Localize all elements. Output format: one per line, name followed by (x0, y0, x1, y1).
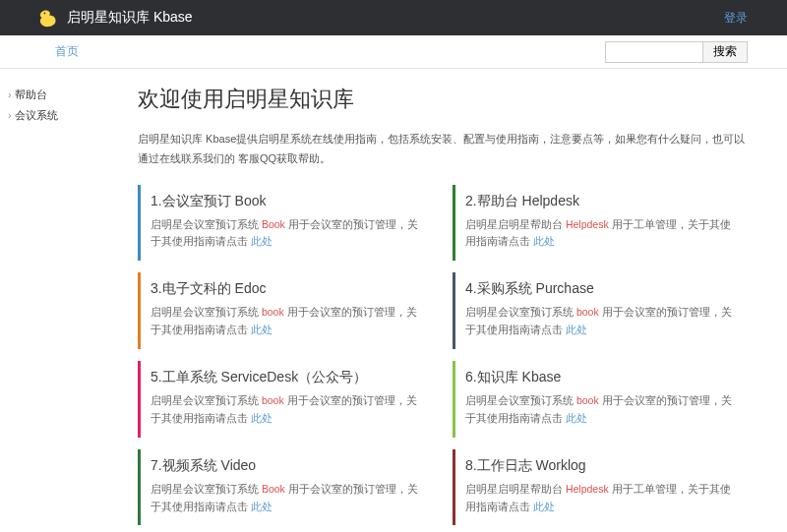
card-desc: 启明星会议室预订系统 book 用于会议室的预订管理，关于其使用指南请点击 此处 (465, 392, 738, 428)
card: 4.采购系统 Purchase启明星会议室预订系统 book 用于会议室的预订管… (453, 272, 748, 349)
login-link[interactable]: 登录 (724, 10, 748, 27)
brand-text: 启明星知识库 Kbase (67, 9, 193, 27)
nav-row: 首页 搜索 (0, 35, 787, 69)
home-link[interactable]: 首页 (39, 43, 79, 60)
card-grid: 1.会议室预订 Book启明星会议室预订系统 Book 用于会议室的预订管理，关… (138, 185, 748, 526)
topbar: 启明星知识库 Kbase 登录 (0, 0, 787, 35)
card-title: 2.帮助台 Helpdesk (465, 193, 738, 210)
card: 1.会议室预订 Book启明星会议室预订系统 Book 用于会议室的预订管理，关… (138, 185, 433, 262)
sidebar-item-meeting[interactable]: 会议系统 (8, 105, 118, 126)
card-keyword: Helpdesk (566, 218, 609, 230)
card-desc: 启明星会议室预订系统 Book 用于会议室的预订管理，关于其使用指南请点击 此处 (151, 216, 423, 252)
card-link[interactable]: 此处 (566, 324, 587, 335)
card-desc: 启明星启明星帮助台 Helpdesk 用于工单管理，关于其使用指南请点击 此处 (465, 216, 738, 252)
card-link[interactable]: 此处 (251, 412, 272, 424)
card-desc: 启明星会议室预订系统 book 用于会议室的预订管理，关于其使用指南请点击 此处 (465, 304, 738, 339)
card-link[interactable]: 此处 (566, 412, 587, 424)
search-wrap: 搜索 (605, 41, 748, 63)
card: 3.电子文科的 Edoc启明星会议室预订系统 book 用于会议室的预订管理，关… (138, 272, 433, 349)
card-keyword: book (262, 306, 284, 318)
intro-text: 启明星知识库 Kbase提供启明星系统在线使用指南，包括系统安装、配置与使用指南… (138, 130, 748, 169)
card: 5.工单系统 ServiceDesk（公众号）启明星会议室预订系统 book 用… (138, 361, 433, 438)
card-title: 4.采购系统 Purchase (465, 280, 738, 298)
card-link[interactable]: 此处 (533, 501, 555, 512)
card-link[interactable]: 此处 (251, 501, 272, 512)
card-keyword: book (576, 394, 599, 406)
sidebar-item-helpdesk[interactable]: 帮助台 (8, 85, 118, 105)
search-input[interactable] (605, 41, 703, 63)
card-desc: 启明星会议室预订系统 book 用于会议室的预订管理，关于其使用指南请点击 此处 (151, 392, 423, 428)
card-title: 3.电子文科的 Edoc (151, 280, 423, 298)
card: 2.帮助台 Helpdesk启明星启明星帮助台 Helpdesk 用于工单管理，… (453, 185, 748, 262)
card-keyword: Helpdesk (566, 483, 609, 495)
main: 帮助台 会议系统 欢迎使用启明星知识库 启明星知识库 Kbase提供启明星系统在… (0, 69, 787, 532)
card-link[interactable]: 此处 (251, 324, 272, 335)
card-title: 1.会议室预订 Book (151, 193, 423, 210)
page-title: 欢迎使用启明星知识库 (138, 85, 748, 114)
card-title: 8.工作日志 Worklog (465, 457, 738, 475)
card-keyword: Book (262, 218, 285, 230)
card-desc: 启明星启明星帮助台 Helpdesk 用于工单管理，关于其使用指南请点击 此处 (465, 481, 738, 516)
card-title: 6.知识库 Kbase (465, 369, 738, 386)
duck-icon (39, 8, 59, 28)
brand: 启明星知识库 Kbase (39, 8, 193, 28)
card-link[interactable]: 此处 (533, 235, 555, 247)
card-keyword: book (262, 394, 284, 406)
card-keyword: book (576, 306, 599, 318)
content: 欢迎使用启明星知识库 启明星知识库 Kbase提供启明星系统在线使用指南，包括系… (118, 79, 787, 532)
card: 8.工作日志 Worklog启明星启明星帮助台 Helpdesk 用于工单管理，… (453, 449, 748, 526)
card: 7.视频系统 Video启明星会议室预订系统 Book 用于会议室的预订管理，关… (138, 449, 433, 526)
card-desc: 启明星会议室预订系统 book 用于会议室的预订管理，关于其使用指南请点击 此处 (151, 304, 423, 339)
card-link[interactable]: 此处 (251, 235, 272, 247)
card-title: 7.视频系统 Video (151, 457, 423, 475)
search-button[interactable]: 搜索 (702, 41, 748, 63)
card-title: 5.工单系统 ServiceDesk（公众号） (151, 369, 423, 386)
card-desc: 启明星会议室预订系统 Book 用于会议室的预订管理，关于其使用指南请点击 此处 (151, 481, 423, 516)
svg-point-0 (44, 13, 46, 15)
card: 6.知识库 Kbase启明星会议室预订系统 book 用于会议室的预订管理，关于… (453, 361, 748, 438)
sidebar: 帮助台 会议系统 (0, 79, 118, 532)
card-keyword: Book (262, 483, 285, 495)
